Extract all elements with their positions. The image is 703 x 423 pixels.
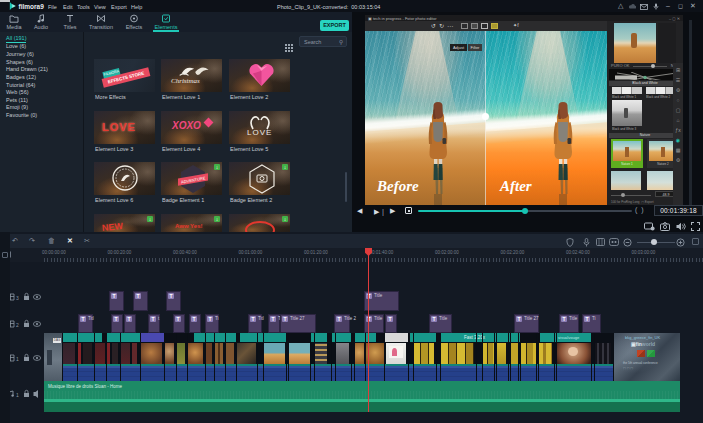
svg-text:1: 1 <box>16 392 19 398</box>
svg-text:1: 1 <box>16 356 19 362</box>
svg-text:3: 3 <box>16 295 19 301</box>
svg-text:2: 2 <box>16 322 19 328</box>
